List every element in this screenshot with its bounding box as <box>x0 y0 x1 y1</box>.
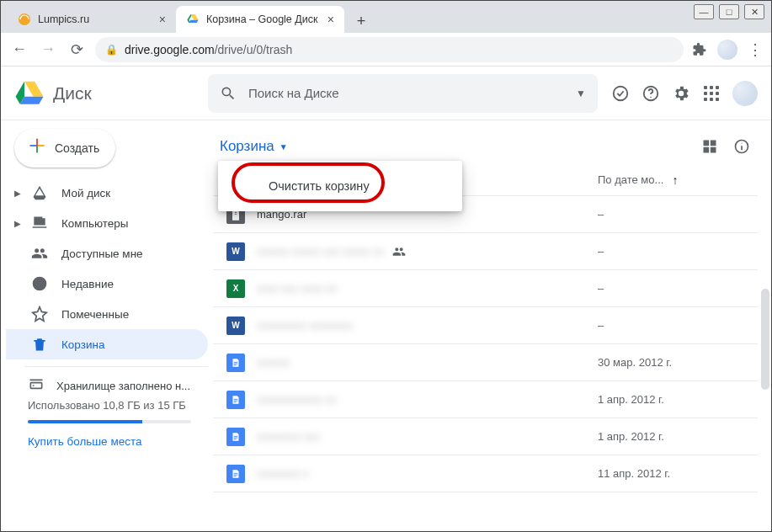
svg-rect-10 <box>234 398 238 399</box>
storage-title-row[interactable]: Хранилище заполнено н... <box>28 377 191 394</box>
search-icon <box>220 85 237 102</box>
window-close-button[interactable]: ✕ <box>744 4 764 19</box>
sort-asc-icon: ↑ <box>672 173 678 187</box>
svg-rect-14 <box>234 437 238 438</box>
sidebar-item-trash[interactable]: Корзина <box>6 329 208 359</box>
file-row[interactable]: xxxxxxxx x11 апр. 2012 г. <box>213 455 758 492</box>
sidebar-item-label: Мой диск <box>61 187 110 200</box>
svg-point-3 <box>650 96 651 97</box>
buy-storage-link[interactable]: Купить больше места <box>28 435 191 448</box>
window-controls: — □ ✕ <box>694 4 764 19</box>
lock-icon: 🔒 <box>105 44 118 56</box>
svg-rect-8 <box>234 363 238 364</box>
sidebar-item-label: Помеченные <box>61 308 129 321</box>
chevron-right-icon: ▶ <box>14 219 21 228</box>
file-date: – <box>598 319 724 332</box>
google-apps-icon[interactable] <box>702 84 721 103</box>
view-grid-button[interactable] <box>700 137 719 156</box>
file-name: xxxxxxxx x <box>257 467 309 480</box>
svg-rect-9 <box>234 364 237 365</box>
chevron-down-icon: ▼ <box>280 142 288 152</box>
browser-tab-bar: Lumpics.ru × Корзина – Google Диск × + —… <box>1 1 771 33</box>
search-input[interactable]: Поиск на Диске ▼ <box>208 74 598 113</box>
ready-offline-icon[interactable] <box>611 84 630 103</box>
recent-icon <box>31 275 48 292</box>
sidebar-item-starred[interactable]: Помеченные <box>6 299 208 329</box>
file-date: – <box>598 208 724 221</box>
column-date[interactable]: По дате мо... ↑ <box>598 173 724 187</box>
scrollbar[interactable] <box>761 289 769 390</box>
window-minimize-button[interactable]: — <box>694 4 714 19</box>
create-button[interactable]: Создать <box>14 129 115 168</box>
close-icon[interactable]: × <box>159 13 166 26</box>
storage-title: Хранилище заполнено н... <box>56 380 190 392</box>
file-name: xxxxxxxx xxx <box>257 430 320 443</box>
storage-progress-bar <box>28 420 191 423</box>
file-name: xxxxxx <box>257 356 290 369</box>
sidebar-item-label: Компьютеры <box>61 217 129 230</box>
sidebar-item-label: Корзина <box>61 338 104 351</box>
support-icon[interactable] <box>642 84 660 103</box>
file-row[interactable]: Xxxxx xxx xxxx xx– <box>213 270 758 307</box>
plus-icon <box>28 136 46 160</box>
file-type-icon: W <box>226 242 245 261</box>
browser-tab-lumpics[interactable]: Lumpics.ru × <box>8 6 176 33</box>
empty-trash-label: Очистить корзину <box>269 179 370 193</box>
file-row[interactable]: xxxxxx30 мар. 2012 г. <box>213 344 758 381</box>
sidebar-item-mydrive[interactable]: ▶Мой диск <box>6 178 208 208</box>
close-icon[interactable]: × <box>327 13 334 26</box>
sidebar-item-computers[interactable]: ▶Компьютеры <box>6 208 208 238</box>
browser-tab-drive[interactable]: Корзина – Google Диск × <box>176 6 344 33</box>
sidebar-item-recent[interactable]: Недавние <box>6 269 208 299</box>
view-details-button[interactable] <box>732 137 751 156</box>
file-date: 30 мар. 2012 г. <box>598 356 724 369</box>
search-options-button[interactable]: ▼ <box>576 88 586 99</box>
sidebar: Создать ▶Мой диск▶КомпьютерыДоступные мн… <box>1 120 208 531</box>
file-row[interactable]: Wxxxxxx xxxxx xxx xxxxx xx– <box>213 233 758 270</box>
browser-address-bar: ← → ⟳ 🔒 drive.google.com/drive/u/0/trash… <box>1 33 771 66</box>
chevron-right-icon: ▶ <box>14 189 21 198</box>
file-name: xxxxxxxxx xxxxxxxx <box>257 319 353 332</box>
drive-logo[interactable]: Диск <box>14 80 208 107</box>
sidebar-item-shared[interactable]: Доступные мне <box>6 238 208 269</box>
file-row[interactable]: xxxxxxxx xxx1 апр. 2012 г. <box>213 418 758 455</box>
nav-reload-button[interactable]: ⟳ <box>67 40 87 60</box>
new-tab-button[interactable]: + <box>349 9 373 33</box>
app-header: Диск Поиск на Диске ▼ <box>1 66 771 120</box>
tab-title: Lumpics.ru <box>38 13 152 25</box>
svg-rect-13 <box>234 435 238 436</box>
settings-icon[interactable] <box>672 84 690 103</box>
url-input[interactable]: 🔒 drive.google.com/drive/u/0/trash <box>95 37 684 62</box>
shared-icon <box>392 245 406 258</box>
window-maximize-button[interactable]: □ <box>719 4 739 19</box>
nav-back-button[interactable]: ← <box>9 40 29 60</box>
file-type-icon <box>226 428 245 446</box>
svg-rect-7 <box>234 361 238 362</box>
file-type-icon: X <box>226 279 245 298</box>
tab-title: Корзина – Google Диск <box>206 13 321 25</box>
chrome-profile-avatar[interactable] <box>717 40 737 60</box>
chrome-menu-button[interactable]: ⋮ <box>748 40 763 59</box>
account-avatar[interactable] <box>732 81 758 106</box>
svg-rect-11 <box>234 400 238 401</box>
storage-section: Хранилище заполнено н... Использовано 10… <box>6 374 208 448</box>
star-icon <box>31 306 48 322</box>
create-button-label: Создать <box>55 141 99 155</box>
svg-rect-17 <box>234 474 238 475</box>
app-name: Диск <box>53 83 92 104</box>
empty-trash-menuitem[interactable]: Очистить корзину <box>218 168 462 205</box>
shared-icon <box>31 245 48 262</box>
extensions-icon[interactable] <box>692 42 707 57</box>
breadcrumb-trash[interactable]: Корзина ▼ <box>213 135 295 158</box>
sidebar-item-label: Доступные мне <box>61 247 143 260</box>
file-row[interactable]: xxxxxxxxxxxx xx1 апр. 2012 г. <box>213 381 758 418</box>
file-date: – <box>598 245 724 258</box>
file-type-icon: W <box>226 317 245 335</box>
search-placeholder: Поиск на Диске <box>248 86 564 100</box>
file-name: xxxxxxxxxxxx xx <box>257 393 337 406</box>
svg-rect-18 <box>234 476 237 476</box>
svg-rect-12 <box>234 402 237 402</box>
trash-icon <box>31 336 48 353</box>
file-row[interactable]: Wxxxxxxxxx xxxxxxxx– <box>213 307 758 344</box>
nav-forward-button: → <box>38 40 58 60</box>
